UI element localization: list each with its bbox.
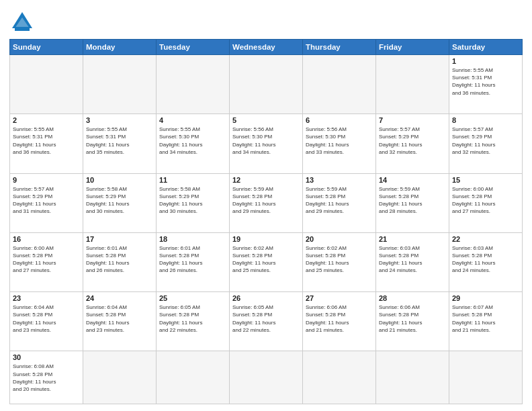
calendar-cell: 27Sunrise: 6:06 AM Sunset: 5:28 PM Dayli… [303, 292, 376, 351]
day-number: 8 [452, 116, 519, 124]
day-number: 19 [232, 235, 300, 243]
day-number: 2 [13, 116, 80, 124]
day-info: Sunrise: 6:07 AM Sunset: 5:28 PM Dayligh… [452, 304, 519, 334]
day-number: 20 [306, 235, 373, 243]
calendar-cell: 25Sunrise: 6:05 AM Sunset: 5:28 PM Dayli… [157, 292, 230, 351]
day-info: Sunrise: 5:57 AM Sunset: 5:29 PM Dayligh… [379, 126, 446, 156]
logo [9, 9, 38, 35]
day-info: Sunrise: 5:59 AM Sunset: 5:28 PM Dayligh… [306, 185, 373, 216]
day-info: Sunrise: 5:55 AM Sunset: 5:30 PM Dayligh… [159, 126, 226, 156]
calendar-cell: 11Sunrise: 5:58 AM Sunset: 5:29 PM Dayli… [157, 173, 230, 232]
calendar-table: SundayMondayTuesdayWednesdayThursdayFrid… [9, 39, 523, 404]
day-info: Sunrise: 6:00 AM Sunset: 5:28 PM Dayligh… [452, 185, 519, 216]
calendar-cell [10, 55, 83, 114]
calendar-cell: 24Sunrise: 6:04 AM Sunset: 5:28 PM Dayli… [83, 292, 157, 351]
day-info: Sunrise: 6:01 AM Sunset: 5:28 PM Dayligh… [159, 244, 226, 275]
calendar-cell [449, 351, 523, 404]
day-number: 1 [452, 57, 519, 65]
weekday-header: Sunday [10, 40, 83, 55]
day-number: 5 [232, 116, 300, 124]
day-info: Sunrise: 6:02 AM Sunset: 5:28 PM Dayligh… [306, 244, 373, 275]
calendar-cell: 22Sunrise: 6:03 AM Sunset: 5:28 PM Dayli… [449, 232, 523, 291]
calendar-cell [83, 351, 157, 404]
day-number: 3 [86, 116, 153, 124]
day-info: Sunrise: 6:06 AM Sunset: 5:28 PM Dayligh… [306, 304, 373, 334]
calendar-cell: 17Sunrise: 6:01 AM Sunset: 5:28 PM Dayli… [83, 232, 157, 291]
weekday-header: Monday [83, 40, 157, 55]
weekday-header: Wednesday [230, 40, 303, 55]
calendar-cell [157, 351, 230, 404]
page: SundayMondayTuesdayWednesdayThursdayFrid… [0, 0, 532, 411]
calendar-cell [83, 55, 157, 114]
day-info: Sunrise: 5:59 AM Sunset: 5:28 PM Dayligh… [232, 185, 300, 216]
calendar-cell: 2Sunrise: 5:55 AM Sunset: 5:31 PM Daylig… [10, 114, 83, 173]
calendar-cell: 14Sunrise: 5:59 AM Sunset: 5:28 PM Dayli… [376, 173, 449, 232]
calendar-cell: 18Sunrise: 6:01 AM Sunset: 5:28 PM Dayli… [157, 232, 230, 291]
day-info: Sunrise: 6:03 AM Sunset: 5:28 PM Dayligh… [379, 244, 446, 275]
calendar-cell: 26Sunrise: 6:05 AM Sunset: 5:28 PM Dayli… [230, 292, 303, 351]
calendar-cell: 16Sunrise: 6:00 AM Sunset: 5:28 PM Dayli… [10, 232, 83, 291]
day-info: Sunrise: 6:08 AM Sunset: 5:28 PM Dayligh… [13, 363, 80, 393]
day-number: 14 [379, 176, 446, 184]
day-info: Sunrise: 6:03 AM Sunset: 5:28 PM Dayligh… [452, 244, 519, 275]
day-info: Sunrise: 5:56 AM Sunset: 5:30 PM Dayligh… [232, 126, 300, 156]
day-number: 21 [379, 235, 446, 243]
day-info: Sunrise: 6:06 AM Sunset: 5:28 PM Dayligh… [379, 304, 446, 334]
day-number: 28 [379, 294, 446, 302]
day-info: Sunrise: 6:01 AM Sunset: 5:28 PM Dayligh… [86, 244, 153, 275]
calendar-cell: 13Sunrise: 5:59 AM Sunset: 5:28 PM Dayli… [303, 173, 376, 232]
header [9, 7, 523, 35]
day-info: Sunrise: 5:55 AM Sunset: 5:31 PM Dayligh… [452, 66, 519, 97]
day-info: Sunrise: 5:57 AM Sunset: 5:29 PM Dayligh… [13, 185, 80, 216]
day-number: 13 [306, 176, 373, 184]
calendar-cell: 9Sunrise: 5:57 AM Sunset: 5:29 PM Daylig… [10, 173, 83, 232]
calendar-cell [376, 351, 449, 404]
day-number: 27 [306, 294, 373, 302]
day-number: 29 [452, 294, 519, 302]
day-info: Sunrise: 6:04 AM Sunset: 5:28 PM Dayligh… [86, 304, 153, 334]
day-info: Sunrise: 5:55 AM Sunset: 5:31 PM Dayligh… [13, 126, 80, 156]
day-number: 12 [232, 176, 300, 184]
calendar-cell [230, 351, 303, 404]
calendar-cell: 8Sunrise: 5:57 AM Sunset: 5:29 PM Daylig… [449, 114, 523, 173]
day-info: Sunrise: 6:00 AM Sunset: 5:28 PM Dayligh… [13, 244, 80, 275]
day-info: Sunrise: 5:57 AM Sunset: 5:29 PM Dayligh… [452, 126, 519, 156]
day-info: Sunrise: 5:56 AM Sunset: 5:30 PM Dayligh… [306, 126, 373, 156]
day-number: 9 [13, 176, 80, 184]
calendar-cell: 6Sunrise: 5:56 AM Sunset: 5:30 PM Daylig… [303, 114, 376, 173]
svg-rect-2 [15, 27, 30, 31]
calendar-cell: 15Sunrise: 6:00 AM Sunset: 5:28 PM Dayli… [449, 173, 523, 232]
day-number: 11 [159, 176, 226, 184]
day-number: 6 [306, 116, 373, 124]
day-number: 17 [86, 235, 153, 243]
calendar-cell: 29Sunrise: 6:07 AM Sunset: 5:28 PM Dayli… [449, 292, 523, 351]
day-number: 15 [452, 176, 519, 184]
calendar-cell [376, 55, 449, 114]
calendar-cell [157, 55, 230, 114]
day-number: 25 [159, 294, 226, 302]
day-info: Sunrise: 5:59 AM Sunset: 5:28 PM Dayligh… [379, 185, 446, 216]
day-info: Sunrise: 6:04 AM Sunset: 5:28 PM Dayligh… [13, 304, 80, 334]
day-info: Sunrise: 5:58 AM Sunset: 5:29 PM Dayligh… [159, 185, 226, 216]
calendar-cell: 7Sunrise: 5:57 AM Sunset: 5:29 PM Daylig… [376, 114, 449, 173]
calendar-cell: 12Sunrise: 5:59 AM Sunset: 5:28 PM Dayli… [230, 173, 303, 232]
day-number: 26 [232, 294, 300, 302]
day-number: 16 [13, 235, 80, 243]
day-info: Sunrise: 6:05 AM Sunset: 5:28 PM Dayligh… [159, 304, 226, 334]
day-info: Sunrise: 6:05 AM Sunset: 5:28 PM Dayligh… [232, 304, 300, 334]
calendar-cell: 4Sunrise: 5:55 AM Sunset: 5:30 PM Daylig… [157, 114, 230, 173]
calendar-cell: 19Sunrise: 6:02 AM Sunset: 5:28 PM Dayli… [230, 232, 303, 291]
day-info: Sunrise: 6:02 AM Sunset: 5:28 PM Dayligh… [232, 244, 300, 275]
weekday-header: Friday [376, 40, 449, 55]
calendar-cell [303, 55, 376, 114]
calendar-cell: 1Sunrise: 5:55 AM Sunset: 5:31 PM Daylig… [449, 55, 523, 114]
weekday-header: Saturday [449, 40, 523, 55]
logo-icon [9, 9, 35, 35]
day-number: 24 [86, 294, 153, 302]
day-number: 18 [159, 235, 226, 243]
day-number: 23 [13, 294, 80, 302]
calendar-cell: 3Sunrise: 5:55 AM Sunset: 5:31 PM Daylig… [83, 114, 157, 173]
calendar-cell: 23Sunrise: 6:04 AM Sunset: 5:28 PM Dayli… [10, 292, 83, 351]
calendar-cell: 30Sunrise: 6:08 AM Sunset: 5:28 PM Dayli… [10, 351, 83, 404]
calendar-cell: 20Sunrise: 6:02 AM Sunset: 5:28 PM Dayli… [303, 232, 376, 291]
